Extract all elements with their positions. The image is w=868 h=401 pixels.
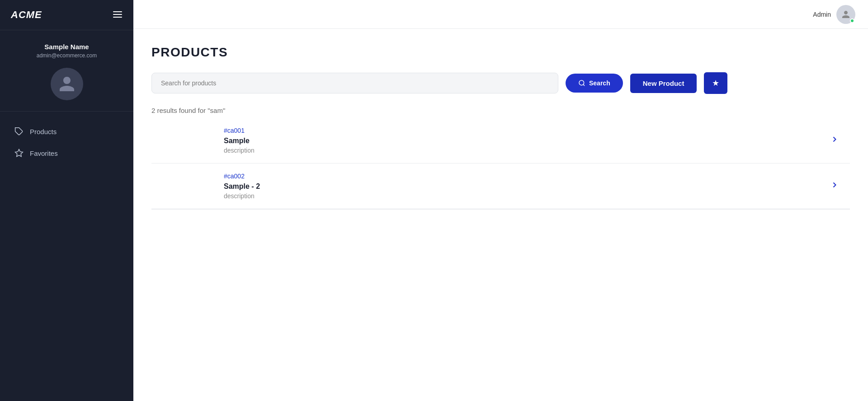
- product-name: Sample: [224, 137, 841, 145]
- sidebar-item-products-label: Products: [30, 128, 57, 135]
- page-title: PRODUCTS: [151, 45, 850, 60]
- sidebar-header: ACME: [0, 0, 133, 30]
- svg-point-5: [579, 80, 584, 85]
- svg-line-6: [583, 84, 585, 86]
- results-count: 2 results found for "sam": [151, 107, 850, 114]
- admin-name: Admin: [813, 11, 831, 18]
- sidebar: ACME Sample Name admin@ecommerce.com Pro…: [0, 0, 133, 401]
- product-name: Sample - 2: [224, 182, 841, 191]
- profile-name: Sample Name: [44, 43, 89, 51]
- product-description: description: [224, 147, 841, 154]
- topbar-avatar: [836, 5, 855, 24]
- product-list: #ca001 Sample description #ca002 Sample …: [151, 118, 850, 210]
- list-item[interactable]: #ca001 Sample description: [151, 118, 850, 163]
- main: Admin PRODUCTS Search New Product: [133, 0, 868, 401]
- sidebar-item-favorites-label: Favorites: [30, 149, 58, 157]
- search-button-label: Search: [589, 79, 610, 87]
- profile-email: admin@ecommerce.com: [37, 52, 97, 59]
- list-end-divider: [151, 209, 850, 210]
- sidebar-profile: Sample Name admin@ecommerce.com: [0, 30, 133, 112]
- logo: ACME: [11, 9, 42, 21]
- hamburger-icon[interactable]: [113, 9, 123, 21]
- product-id: #ca001: [224, 127, 841, 134]
- search-input[interactable]: [151, 73, 558, 93]
- product-id: #ca002: [224, 173, 841, 180]
- sidebar-nav: Products Favorites: [0, 112, 133, 173]
- search-bar-row: Search New Product ★: [151, 72, 850, 94]
- list-item[interactable]: #ca002 Sample - 2 description: [151, 163, 850, 209]
- favorites-star-button[interactable]: ★: [704, 72, 727, 94]
- chevron-right-icon: [830, 181, 839, 192]
- new-product-button[interactable]: New Product: [630, 74, 697, 93]
- avatar: [51, 68, 83, 100]
- product-description: description: [224, 192, 841, 200]
- svg-marker-4: [15, 149, 23, 157]
- chevron-right-icon: [830, 135, 839, 146]
- content: PRODUCTS Search New Product ★ 2 results …: [133, 29, 868, 401]
- search-input-wrap: [151, 73, 558, 93]
- sidebar-item-favorites[interactable]: Favorites: [0, 142, 133, 164]
- sidebar-item-products[interactable]: Products: [0, 121, 133, 142]
- topbar: Admin: [133, 0, 868, 29]
- online-indicator: [850, 19, 854, 23]
- search-button[interactable]: Search: [566, 74, 623, 93]
